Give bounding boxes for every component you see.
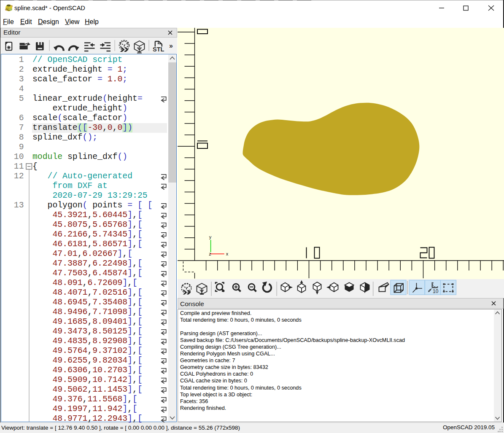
svg-text:x: x (226, 252, 229, 257)
svg-text:z: z (209, 252, 211, 257)
svg-text:y: y (209, 235, 212, 240)
svg-text:10: 10 (433, 288, 439, 294)
